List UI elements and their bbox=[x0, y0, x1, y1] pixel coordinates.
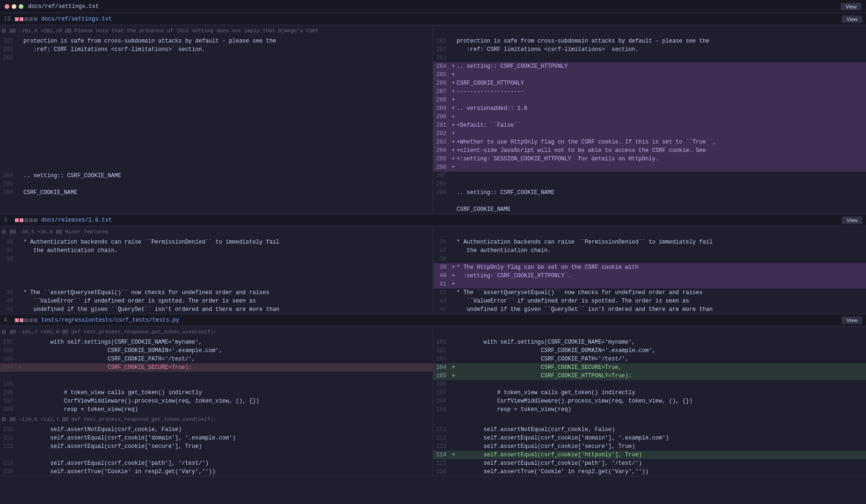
diff-indicator-1 bbox=[15, 17, 37, 21]
hunk-text-left-1: @@ -281,6 +281,19 @@ Please note that th… bbox=[7, 27, 318, 35]
section-filename-2: docs/releases/1.6.txt bbox=[41, 216, 112, 224]
line-right-299: 299 .. setting:: CSRF_COOKIE_NAME bbox=[433, 188, 866, 197]
line3-right-114add: 114 + self.assertEqual(csrf_cookie['http… bbox=[433, 451, 866, 459]
hunk-text-left-2: @@ -36,6 +36,9 @@ Minor features bbox=[7, 228, 108, 236]
hunk-header-left-3b: ⚙ @@ -110,6 +111,7 @@ def test_process_r… bbox=[0, 414, 433, 425]
line3-right-105add: 105 + CSRF_COOKIE_HTTPONLY=True): bbox=[433, 372, 866, 380]
diff-container: docs/ref/settings.txt View 13 docs/ref/s… bbox=[0, 0, 866, 504]
minimize-dot[interactable] bbox=[12, 4, 16, 9]
line-left-empty9 bbox=[0, 130, 433, 138]
line-left-trail bbox=[0, 197, 433, 205]
line3-right-106: 106 bbox=[433, 380, 866, 389]
line3-right-103: 103 CSRF_COOKIE_PATH='/test/', bbox=[433, 355, 866, 363]
line-left-empty1 bbox=[0, 62, 433, 71]
window-controls bbox=[5, 4, 23, 9]
diff-panel-left-3: ⚙ @@ -101,7 +101,8 @@ def test_process_r… bbox=[0, 326, 433, 476]
close-dot[interactable] bbox=[5, 4, 9, 9]
line-left-empty4 bbox=[0, 87, 433, 96]
line3-right-113: 113 self.assertEqual(csrf_cookie['secure… bbox=[433, 442, 866, 451]
line3-left-108: 108 resp = token_view(req) bbox=[0, 405, 433, 414]
line-right-300 bbox=[433, 197, 866, 205]
sq2-removed2 bbox=[20, 218, 23, 222]
line3-left-110: 110 self.assertNotEqual(csrf_cookie, Fal… bbox=[0, 425, 433, 434]
section-view-button-1[interactable]: View bbox=[842, 15, 862, 23]
sq-removed2 bbox=[20, 17, 23, 21]
diff-panels-2: ⚙ @@ -36,6 +36,9 @@ Minor features 36 * … bbox=[0, 226, 866, 314]
line-left-286a: 286 CSRF_COOKIE_NAME bbox=[0, 188, 433, 197]
line-left-empty5 bbox=[0, 96, 433, 104]
line3-left-112: 112 self.assertEqual(csrf_cookie['secure… bbox=[0, 442, 433, 451]
line3-right-107: 107 # token_view calls get_token() indir… bbox=[433, 389, 866, 397]
line2-left-36: 36 * Authentication backends can raise `… bbox=[0, 238, 433, 246]
maximize-dot[interactable] bbox=[19, 4, 23, 9]
section-view-button-3[interactable]: View bbox=[842, 317, 862, 324]
line2-right-37: 37 the authentication chain. bbox=[433, 246, 866, 255]
line-left-empty11 bbox=[0, 146, 433, 155]
hunk-text-left-3a: @@ -101,7 +101,8 @@ def test_process_res… bbox=[7, 328, 216, 336]
line-left-empty13 bbox=[0, 163, 433, 172]
line-right-301: CSRF_COOKIE_NAME bbox=[433, 205, 866, 214]
expand-icon-3[interactable]: ⚙ bbox=[2, 327, 6, 337]
line-right-285add: 285 + bbox=[433, 71, 866, 79]
line3-left-106: 106 # token_view calls get_token() indir… bbox=[0, 389, 433, 397]
line-right-294add: 294 + +client-side JavaScript will not t… bbox=[433, 146, 866, 155]
line3-right-109: 109 resp = token_view(req) bbox=[433, 405, 866, 414]
section-view-button-2[interactable]: View bbox=[842, 216, 862, 224]
hunk-header-left-2: ⚙ @@ -36,6 +36,9 @@ Minor features bbox=[0, 226, 433, 238]
line-right-288add: 288 + bbox=[433, 96, 866, 104]
hunk-header-right-1: ⚙ bbox=[433, 25, 866, 37]
line2-left-39: 39 * The ``assertQuerysetEqual()`` now c… bbox=[0, 288, 433, 297]
sq3-neutral3 bbox=[34, 318, 37, 322]
expand-icon-2[interactable]: ⚙ bbox=[2, 227, 6, 237]
diff-panel-right-2: ⚙ 36 * Authentication backends can raise… bbox=[433, 226, 866, 314]
line3-left-104-removed: 104 - CSRF_COOKIE_SECURE=True): bbox=[0, 363, 433, 372]
line-right-283a: 283 bbox=[433, 54, 866, 62]
line3-left-105: 105 bbox=[0, 380, 433, 389]
section-filename-1: docs/ref/settings.txt bbox=[41, 15, 112, 23]
section-num-2: 3 bbox=[4, 216, 11, 224]
expand-icon-1[interactable]: ⚙ bbox=[2, 26, 6, 36]
line3-left-113: 113 self.assertEqual(csrf_cookie['path']… bbox=[0, 459, 433, 468]
diff-panel-right-1: ⚙ 281 protection is safe from cross-subd… bbox=[433, 25, 866, 214]
section-header-1: 13 docs/ref/settings.txt View bbox=[0, 13, 866, 25]
diff-panel-right-3: ⚙ 101 with self.settings(CSRF_COOKIE_NAM… bbox=[433, 326, 866, 476]
diff-indicator-2 bbox=[15, 218, 37, 222]
line-right-295add: 295 + +:setting:`SESSION_COOKIE_HTTPONLY… bbox=[433, 155, 866, 163]
line-left-285a: 285 bbox=[0, 180, 433, 188]
line-right-281a: 281 protection is safe from cross-subdom… bbox=[433, 37, 866, 45]
top-bar: docs/ref/settings.txt View bbox=[0, 0, 866, 13]
line2-right-36: 36 * Authentication backends can raise `… bbox=[433, 238, 866, 246]
line-left-empty3 bbox=[0, 79, 433, 87]
expand-icon-3b[interactable]: ⚙ bbox=[2, 415, 6, 425]
line-right-286add: 286 + CSRF_COOKIE_HTTPONLY bbox=[433, 79, 866, 87]
line3-left-102: 102 CSRF_COOKIE_DOMAIN='.example.com', bbox=[0, 346, 433, 355]
line3-right-108: 108 CsrfViewMiddleware().process_view(re… bbox=[433, 397, 866, 405]
sq-neutral1 bbox=[24, 17, 28, 21]
line3-right-116: 116 self.assertTrue('Cookie' in resp2.ge… bbox=[433, 468, 866, 476]
line2-right-41add: 41 + bbox=[433, 280, 866, 288]
line3-left-empty2 bbox=[0, 451, 433, 459]
sq-removed bbox=[15, 17, 19, 21]
line-left-empty12 bbox=[0, 155, 433, 163]
sq-neutral2 bbox=[29, 17, 33, 21]
line-right-284add: 284 + .. setting:: CSRF_COOKIE_HTTPONLY bbox=[433, 62, 866, 71]
section-header-3: 4 tests/regressiontests/csrf_tests/tests… bbox=[0, 314, 866, 326]
line3-right-112: 112 self.assertEqual(csrf_cookie['domain… bbox=[433, 434, 866, 442]
top-bar-view-button[interactable]: View bbox=[841, 3, 861, 10]
section-filename-3: tests/regressiontests/csrf_tests/tests.p… bbox=[41, 316, 179, 324]
hunk-header-left-1: ⚙ @@ -281,6 +281,19 @@ Please note that … bbox=[0, 25, 433, 37]
sq2-neutral3 bbox=[34, 218, 37, 222]
line-left-282a: 282 :ref:`CSRF limitations <csrf-limitat… bbox=[0, 45, 433, 54]
sq3-removed bbox=[15, 318, 19, 322]
sq3-removed2 bbox=[20, 318, 23, 322]
line2-left-37: 37 the authentication chain. bbox=[0, 246, 433, 255]
diff-panels-1: ⚙ @@ -281,6 +281,19 @@ Please note that … bbox=[0, 25, 866, 214]
line2-right-43: 43 ``ValueError`` if undefined order is … bbox=[433, 297, 866, 305]
line-left-empty7 bbox=[0, 113, 433, 121]
sq2-neutral2 bbox=[29, 218, 33, 222]
line3-left-107: 107 CsrfViewMiddleware().process_view(re… bbox=[0, 397, 433, 405]
line2-right-40add: 40 + :setting:`CSRF_COOKIE_HTTPONLY`. bbox=[433, 272, 866, 280]
line3-left-114: 114 self.assertTrue('Cookie' in resp2.ge… bbox=[0, 468, 433, 476]
line-right-287add: 287 + -------------------- bbox=[433, 87, 866, 96]
line2-right-42: 42 * The ``assertQuerysetEqual()`` now c… bbox=[433, 288, 866, 297]
